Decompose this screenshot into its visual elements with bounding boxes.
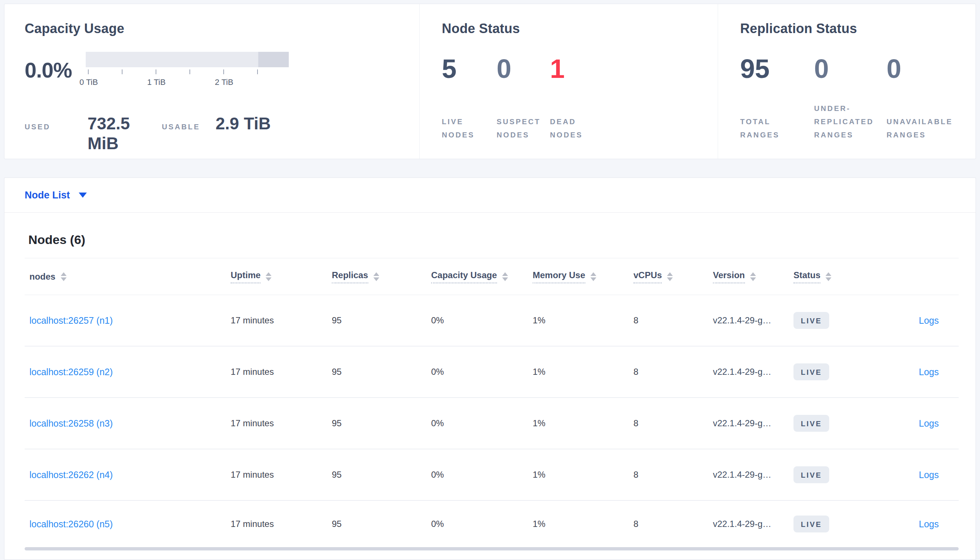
nodes-heading: Nodes (6) <box>28 233 959 247</box>
status-cell: LIVE <box>793 363 878 380</box>
node-status-stat-value: 5 <box>442 55 497 82</box>
sort-asc-icon <box>590 272 596 276</box>
uptime-cell: 17 minutes <box>231 315 332 325</box>
sort-asc-icon <box>667 272 673 276</box>
capacity-usage-cell: 0% <box>431 367 533 377</box>
sort-icon[interactable] <box>373 272 379 281</box>
uptime-cell: 17 minutes <box>231 367 332 377</box>
logs-link[interactable]: Logs <box>878 519 959 530</box>
replication-stat: 0UNDER-REPLICATED RANGES <box>814 55 886 142</box>
column-header-replicas[interactable]: Replicas <box>332 270 431 283</box>
node-status-title: Node Status <box>442 21 718 37</box>
sort-icon[interactable] <box>826 272 831 281</box>
sort-icon[interactable] <box>667 272 673 281</box>
column-header-vcpus[interactable]: vCPUs <box>634 270 713 283</box>
view-selector-bar: Node List <box>4 177 976 213</box>
chevron-down-icon[interactable] <box>79 193 87 198</box>
capacity-bar-chart: 0 TiB 1 TiB 2 TiB <box>86 52 289 88</box>
replicas-cell: 95 <box>332 367 431 377</box>
table-row: localhost:26258 (n3)17 minutes950%1%8v22… <box>25 398 959 449</box>
used-label: USED <box>25 123 87 131</box>
column-header-memory_use[interactable]: Memory Use <box>533 270 634 283</box>
status-cell: LIVE <box>793 466 878 483</box>
sort-asc-icon <box>61 272 67 276</box>
version-cell: v22.1.4-29-g… <box>713 519 793 529</box>
table-row: localhost:26257 (n1)17 minutes950%1%8v22… <box>25 295 959 347</box>
sort-desc-icon <box>667 277 673 281</box>
memory-use-cell: 1% <box>533 418 634 428</box>
version-cell: v22.1.4-29-g… <box>713 315 793 325</box>
sort-icon[interactable] <box>750 272 756 281</box>
table-row: localhost:26259 (n2)17 minutes950%1%8v22… <box>25 347 959 398</box>
status-badge: LIVE <box>793 363 829 380</box>
capacity-percent: 0.0% <box>25 58 86 82</box>
cluster-overview-page: Capacity Usage 0.0% <box>0 0 980 560</box>
sort-asc-icon <box>750 272 756 276</box>
capacity-axis-labels: 0 TiB 1 TiB 2 TiB <box>86 78 289 88</box>
status-badge: LIVE <box>793 466 829 483</box>
axis-label: 1 TiB <box>147 78 166 87</box>
replication-stat: 0UNAVAILABLE RANGES <box>886 55 959 142</box>
sort-desc-icon <box>61 277 67 281</box>
logs-link[interactable]: Logs <box>878 367 959 377</box>
column-header-label: Uptime <box>231 270 261 283</box>
axis-tick <box>122 70 122 74</box>
replication-stat-value: 95 <box>740 55 814 82</box>
nodes-table: nodesUptimeReplicasCapacity UsageMemory … <box>25 258 959 547</box>
status-cell: LIVE <box>793 415 878 432</box>
used-value: 732.5 MiB <box>87 113 162 153</box>
axis-label: 2 TiB <box>215 78 233 87</box>
capacity-axis-ticks <box>86 69 289 75</box>
vcpus-cell: 8 <box>634 315 713 325</box>
table-row: localhost:26260 (n5)17 minutes950%1%8v22… <box>25 501 959 547</box>
node-link[interactable]: localhost:26258 (n3) <box>25 418 231 429</box>
node-link[interactable]: localhost:26257 (n1) <box>25 315 231 326</box>
sort-desc-icon <box>266 277 271 281</box>
memory-use-cell: 1% <box>533 519 634 529</box>
sort-desc-icon <box>826 277 831 281</box>
status-badge: LIVE <box>793 415 829 432</box>
column-header-node[interactable]: nodes <box>25 272 231 282</box>
usable-value: 2.9 TiB <box>216 113 271 133</box>
nodes-table-header: nodesUptimeReplicasCapacity UsageMemory … <box>25 258 959 295</box>
sort-icon[interactable] <box>61 272 67 281</box>
uptime-cell: 17 minutes <box>231 418 332 428</box>
memory-use-cell: 1% <box>533 470 634 480</box>
node-link[interactable]: localhost:26262 (n4) <box>25 470 231 480</box>
nodes-table-body: localhost:26257 (n1)17 minutes950%1%8v22… <box>25 295 959 547</box>
node-link[interactable]: localhost:26259 (n2) <box>25 367 231 377</box>
logs-link[interactable]: Logs <box>878 470 959 480</box>
column-header-label: Memory Use <box>533 270 585 283</box>
column-header-version[interactable]: Version <box>713 270 793 283</box>
column-header-uptime[interactable]: Uptime <box>231 270 332 283</box>
memory-use-cell: 1% <box>533 315 634 325</box>
replication-status-stats: 95TOTAL RANGES0UNDER-REPLICATED RANGES0U… <box>740 55 976 142</box>
node-status-stat: 5LIVE NODES <box>442 55 497 142</box>
horizontal-scrollbar[interactable] <box>25 547 959 550</box>
uptime-cell: 17 minutes <box>231 470 332 480</box>
sort-icon[interactable] <box>502 272 508 281</box>
sort-icon[interactable] <box>590 272 596 281</box>
axis-label: 0 TiB <box>79 78 98 87</box>
replication-stat-label: UNDER-REPLICATED RANGES <box>814 102 886 142</box>
column-header-status[interactable]: Status <box>793 270 878 283</box>
logs-link[interactable]: Logs <box>878 418 959 429</box>
logs-link[interactable]: Logs <box>878 315 959 326</box>
replicas-cell: 95 <box>332 315 431 325</box>
axis-tick <box>88 70 89 74</box>
capacity-bar-reserved-segment <box>258 52 289 67</box>
sort-icon[interactable] <box>266 272 271 281</box>
replication-stat-value: 0 <box>886 55 959 82</box>
node-link[interactable]: localhost:26260 (n5) <box>25 519 231 530</box>
node-status-stat: 0SUSPECT NODES <box>497 55 550 142</box>
replication-stat-label: TOTAL RANGES <box>740 115 812 142</box>
node-list-dropdown[interactable]: Node List <box>25 190 70 201</box>
nodes-panel: Nodes (6) nodesUptimeReplicasCapacity Us… <box>4 213 976 560</box>
column-header-label: Status <box>793 270 820 283</box>
usable-label: USABLE <box>162 123 216 131</box>
axis-tick <box>189 70 190 74</box>
replicas-cell: 95 <box>332 519 431 529</box>
capacity-usage-cell: 0% <box>431 470 533 480</box>
replicas-cell: 95 <box>332 470 431 480</box>
column-header-capacity_usage[interactable]: Capacity Usage <box>431 270 533 283</box>
